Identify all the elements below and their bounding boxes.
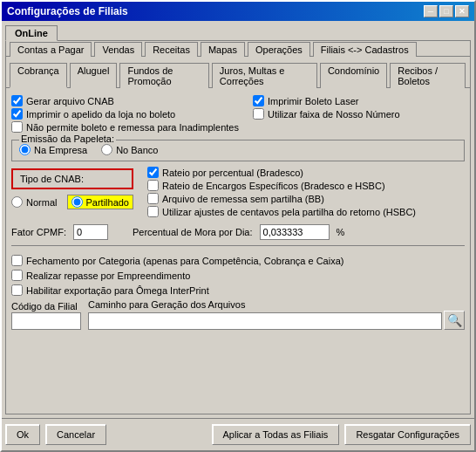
partilhado-label: Partilhado — [85, 197, 129, 208]
no-banco-label: No Banco — [116, 145, 158, 155]
cancelar-button[interactable]: Cancelar — [45, 424, 106, 445]
browse-icon: 🔍 — [447, 313, 462, 327]
fator-label: Fator CPMF: — [11, 227, 66, 237]
resgatar-button[interactable]: Resgatar Configurações — [344, 424, 471, 445]
tab-fundos[interactable]: Fundos de Promoção — [119, 63, 208, 88]
no-banco-input[interactable] — [101, 144, 112, 155]
fechamento-label: Fechamento por Categoria (apenas para Co… — [26, 256, 343, 266]
tab-condominio[interactable]: Condomínio — [320, 63, 387, 88]
left-area: Tipo de CNAB: Normal Partilhado — [11, 167, 133, 209]
mora-input[interactable] — [260, 224, 330, 240]
percent-label: % — [337, 227, 345, 237]
right-checkboxes-top: Imprimir Boleto Laser Utilizar faixa de … — [253, 95, 400, 133]
partilhado-input[interactable] — [71, 196, 83, 208]
tab-contas-pagar[interactable]: Contas a Pagar — [10, 42, 92, 57]
rateio-percentual-label: Rateio por percentual (Bradesco) — [162, 168, 303, 178]
fator-row: Fator CPMF: Percentual de Mora por Dia: … — [11, 224, 465, 240]
normal-label: Normal — [26, 197, 57, 208]
content-area: OnLine Contas a Pagar Vendas Receitas Ma… — [2, 21, 474, 418]
realizar-repasse-label: Realizar repasse por Empreendimento — [26, 271, 190, 281]
boleto-laser-checkbox[interactable] — [253, 95, 264, 106]
nao-permite-checkbox[interactable] — [11, 121, 23, 133]
partilhado-radio[interactable]: Partilhado — [67, 195, 133, 209]
arquivo-remessa-row: Arquivo de remessa sem partilha (BB) — [147, 193, 416, 204]
rateio-percentual-checkbox[interactable] — [147, 167, 159, 178]
inner-tab-row-2: Cobrança Aluguel Fundos de Promoção Juro… — [6, 62, 470, 88]
tab-filiais-cadastros[interactable]: Filiais <-> Cadastros — [313, 42, 417, 57]
codigo-filial-label: Código da Filial — [11, 301, 81, 312]
codigo-filial-input[interactable] — [11, 312, 81, 330]
aplicar-label: Aplicar a Todas as Filiais — [223, 429, 329, 440]
rateio-encargos-checkbox[interactable] — [147, 180, 159, 191]
mora-label: Percentual de Mora por Dia: — [133, 227, 253, 237]
utilizar-faixa-checkbox[interactable] — [253, 108, 264, 120]
no-banco-radio[interactable]: No Banco — [101, 144, 158, 155]
na-empresa-label: Na Empresa — [34, 145, 87, 155]
fechamento-checkbox[interactable] — [11, 255, 23, 266]
na-empresa-input[interactable] — [19, 144, 31, 155]
realizar-repasse-checkbox[interactable] — [11, 270, 23, 281]
rateio-encargos-row: Rateio de Encargos Específicos (Bradesco… — [147, 180, 416, 191]
footer-right: Aplicar a Todas as Filiais Resgatar Conf… — [212, 424, 471, 445]
title-bar: Configurações de Filiais ─ □ ✕ — [2, 2, 474, 21]
caminho-label: Caminho para Geração dos Arquivos — [88, 299, 465, 310]
tab-operacoes[interactable]: Operações — [248, 42, 310, 57]
habilitar-exportacao-label: Habilitar exportação para Ômega InterPri… — [26, 285, 209, 296]
tab-recibos[interactable]: Recibos / Boletos — [390, 63, 466, 88]
left-checkboxes: Gerar arquivo CNAB Imprimir o apelido da… — [11, 95, 239, 133]
cnab-label: Tipo de CNAB: — [20, 174, 84, 184]
caminho-col: Caminho para Geração dos Arquivos 🔍 — [88, 299, 465, 330]
tab-mapas[interactable]: Mapas — [201, 42, 245, 57]
browse-button[interactable]: 🔍 — [444, 311, 465, 330]
bottom-checkboxes: Fechamento por Categoria (apenas para Co… — [11, 255, 465, 296]
maximize-button[interactable]: □ — [439, 5, 453, 17]
realizar-repasse-row: Realizar repasse por Empreendimento — [11, 270, 465, 281]
arquivo-remessa-label: Arquivo de remessa sem partilha (BB) — [162, 194, 324, 204]
inner-tab-row-1: Contas a Pagar Vendas Receitas Mapas Ope… — [6, 41, 470, 57]
nao-permite-label: Não permite boleto e remessa para Inadim… — [26, 122, 239, 133]
habilitar-exportacao-checkbox[interactable] — [11, 284, 23, 296]
minimize-button[interactable]: ─ — [424, 5, 438, 17]
middle-area: Tipo de CNAB: Normal Partilhado — [11, 167, 465, 217]
imprimir-apelido-checkbox[interactable] — [11, 108, 23, 120]
na-empresa-radio[interactable]: Na Empresa — [19, 144, 87, 155]
outer-tab-panel: Contas a Pagar Vendas Receitas Mapas Ope… — [5, 40, 471, 414]
utilizar-ajustes-row: Utilizar ajustes de centavos pela partil… — [147, 206, 416, 217]
arquivo-remessa-checkbox[interactable] — [147, 193, 159, 204]
utilizar-ajustes-checkbox[interactable] — [147, 206, 159, 217]
imprimir-apelido-label: Imprimir o apelido da loja no boleto — [26, 109, 175, 120]
boleto-laser-row: Imprimir Boleto Laser — [253, 95, 400, 106]
partilhado-inner: Partilhado — [67, 195, 133, 209]
outer-tab-row: OnLine — [5, 24, 471, 40]
tab-online[interactable]: OnLine — [5, 25, 58, 41]
tab-vendas[interactable]: Vendas — [94, 42, 142, 57]
ok-button[interactable]: Ok — [5, 424, 40, 445]
window-title: Configurações de Filiais — [7, 5, 128, 17]
habilitar-exportacao-row: Habilitar exportação para Ômega InterPri… — [11, 284, 465, 296]
normal-input[interactable] — [11, 196, 23, 208]
caminho-input[interactable] — [88, 312, 442, 330]
aplicar-button[interactable]: Aplicar a Todas as Filiais — [212, 424, 340, 445]
main-window: Configurações de Filiais ─ □ ✕ OnLine Co… — [0, 0, 476, 452]
top-checkboxes: Gerar arquivo CNAB Imprimir o apelido da… — [11, 95, 465, 133]
fator-input[interactable] — [73, 224, 108, 240]
tab-receitas[interactable]: Receitas — [145, 42, 198, 57]
tab-aluguel[interactable]: Aluguel — [70, 63, 118, 88]
cobranca-content: Gerar arquivo CNAB Imprimir o apelido da… — [11, 92, 465, 330]
boleto-laser-label: Imprimir Boleto Laser — [268, 96, 359, 106]
gerar-cnab-checkbox[interactable] — [11, 95, 23, 106]
rateio-percentual-row: Rateio por percentual (Bradesco) — [147, 167, 416, 178]
utilizar-faixa-label: Utilizar faixa de Nosso Número — [268, 109, 400, 120]
filial-row: Código da Filial Caminho para Geração do… — [11, 299, 465, 330]
cnab-radios: Normal Partilhado — [11, 195, 133, 209]
tab-cobranca[interactable]: Cobrança — [10, 63, 67, 88]
caminho-row: 🔍 — [88, 311, 465, 330]
utilizar-ajustes-label: Utilizar ajustes de centavos pela partil… — [162, 207, 416, 217]
close-button[interactable]: ✕ — [455, 5, 469, 17]
footer-left: Ok Cancelar — [5, 424, 106, 445]
tab-juros[interactable]: Juros, Multas e Correções — [212, 63, 317, 88]
right-checks: Rateio por percentual (Bradesco) Rateio … — [147, 167, 416, 217]
rateio-encargos-label: Rateio de Encargos Específicos (Bradesco… — [162, 181, 385, 191]
emissao-title: Emissão da Papeleta: — [19, 134, 116, 144]
normal-radio[interactable]: Normal — [11, 196, 57, 208]
